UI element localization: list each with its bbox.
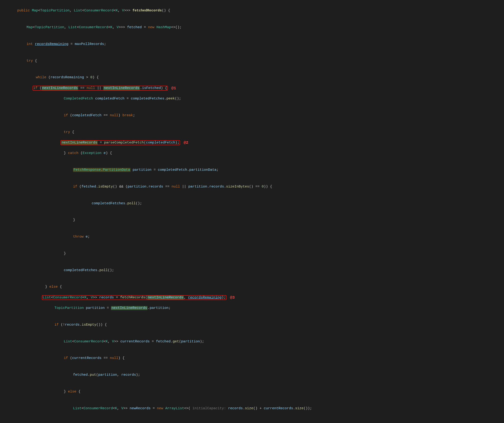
- code-line-23: List<ConsumerRecord<K, V>> currentRecord…: [0, 333, 504, 350]
- code-line-8: if (completedFetch == null) break;: [0, 107, 504, 124]
- code-line-28: newRecords.addAll(currentRecords);: [0, 417, 504, 423]
- code-line-4: try {: [0, 52, 504, 69]
- code-line-19: } else {: [0, 279, 504, 295]
- code-line-14: completedFetches.poll();: [0, 195, 504, 212]
- annotation-3: @3: [230, 295, 234, 300]
- code-line-3: int recordsRemaining = maxPollRecords;: [0, 36, 504, 53]
- code-line-10: nextInLineRecords = parseCompletedFetch(…: [0, 141, 504, 145]
- code-line-11: } catch (Exception e) {: [0, 145, 504, 162]
- code-line-13: if (fetched.isEmpty() && (partition.reco…: [0, 178, 504, 195]
- code-line-18: completedFetches.poll();: [0, 262, 504, 279]
- code-line-27: List<ConsumerRecord<K, V>> newRecords = …: [0, 400, 504, 417]
- code-line-2: Map<TopicPartition, List<ConsumerRecord<…: [0, 19, 504, 36]
- code-line-25: fetched.put(partition, records);: [0, 367, 504, 383]
- code-line-9: try {: [0, 124, 504, 141]
- code-line-1: public Map<TopicPartition, List<Consumer…: [0, 2, 504, 19]
- code-editor: public Map<TopicPartition, List<Consumer…: [0, 0, 504, 423]
- annotation-2: @2: [184, 141, 188, 145]
- code-line-16: throw e;: [0, 228, 504, 245]
- code-line-5: while (recordsRemaining > 0) {: [0, 69, 504, 86]
- annotation-1: @1: [171, 86, 176, 90]
- code-line-20: List<ConsumerRecord<K, V>> records = fet…: [0, 295, 504, 300]
- code-line-17: }: [0, 245, 504, 262]
- code-line-24: if (currentRecords == null) {: [0, 350, 504, 367]
- code-line-15: }: [0, 212, 504, 228]
- code-line-26: } else {: [0, 383, 504, 400]
- code-line-6: if (nextInLineRecords == null || nextInL…: [0, 86, 504, 90]
- code-line-12: FetchResponse.PartitionData partition = …: [0, 162, 504, 178]
- code-line-7: CompletedFetch completedFetch = complete…: [0, 90, 504, 107]
- code-line-21: TopicPartition partition = nextInLineRec…: [0, 300, 504, 317]
- code-line-22: if (!records.isEmpty()) {: [0, 317, 504, 333]
